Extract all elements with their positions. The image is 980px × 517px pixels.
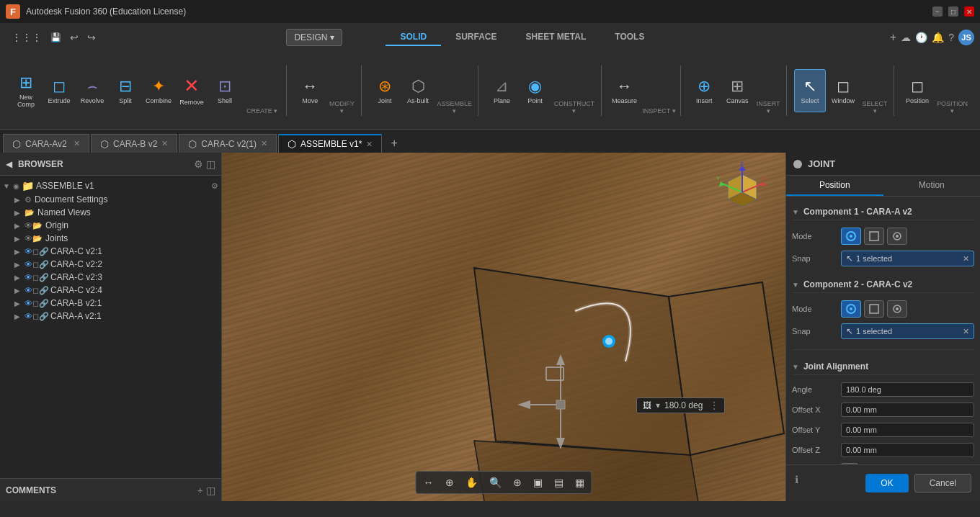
save-button[interactable]: 💾 <box>48 30 64 45</box>
tab-cara-c-v2-1[interactable]: ⬡ CARA-C v2(1) ✕ <box>179 134 277 153</box>
window-select-button[interactable]: ◻ Window <box>827 69 859 112</box>
cancel-button[interactable]: Cancel <box>914 474 971 493</box>
tree-toggle[interactable]: ▶ <box>14 261 24 269</box>
tree-item-root[interactable]: ▼ ◉ 📁 ASSEMBLE v1 ⚙ <box>0 179 221 193</box>
tree-toggle[interactable]: ▶ <box>14 300 24 307</box>
display-settings-button[interactable]: ▤ <box>550 475 568 490</box>
browser-expand-button[interactable]: ◫ <box>206 158 215 170</box>
orbit-button[interactable]: ↔ <box>419 475 438 490</box>
visibility-icon[interactable]: 👁 <box>24 247 32 256</box>
revolve-button[interactable]: ⌢ Revolve <box>76 69 108 112</box>
comments-expand-button[interactable]: ◫ <box>206 485 215 496</box>
component2-section-header[interactable]: ▼ Component 2 - CARA-C v2 <box>792 275 974 293</box>
minimize-button[interactable]: − <box>932 6 943 17</box>
browser-collapse-icon[interactable]: ◀ <box>6 159 12 169</box>
tree-item-named-views[interactable]: ▶ 📂 Named Views <box>0 206 221 219</box>
position-button[interactable]: ◻ Position <box>901 69 933 112</box>
mode-btn-circular-2[interactable] <box>841 300 861 318</box>
split-button[interactable]: ⊟ Split <box>110 69 141 112</box>
select-button[interactable]: ↖ Select <box>794 69 826 112</box>
offset-y-input[interactable] <box>841 423 974 437</box>
snap-value-comp1[interactable]: ↖ 1 selected ✕ <box>841 251 974 266</box>
close-button[interactable]: ✕ <box>964 6 974 17</box>
zoom-fit-button[interactable]: ⊕ <box>509 475 526 490</box>
snap-value-comp2[interactable]: ↖ 1 selected ✕ <box>841 323 974 339</box>
tree-item-origin[interactable]: ▶ 👁 📂 Origin <box>0 219 221 232</box>
tab-close-icon[interactable]: ✕ <box>366 140 373 149</box>
measure-button[interactable]: ↔ Measure <box>609 69 641 112</box>
move-button[interactable]: ↔ Move <box>294 69 326 112</box>
tree-item-cara-c-v2-2[interactable]: ▶ 👁 ◻ 🔗 CARA-C v2:2 <box>0 258 221 271</box>
ok-button[interactable]: OK <box>865 474 908 493</box>
viewcube[interactable]: X Y Z <box>713 160 771 217</box>
new-component-button[interactable]: ⊞ New Comp <box>10 69 42 112</box>
tab-solid[interactable]: SOLID <box>386 29 441 46</box>
redo-button[interactable]: ↪ <box>84 30 99 45</box>
design-dropdown[interactable]: DESIGN ▾ <box>286 29 342 46</box>
tree-toggle[interactable]: ▶ <box>14 209 24 217</box>
window-controls[interactable]: − □ ✕ <box>932 6 974 17</box>
settings-icon[interactable]: ⚙ <box>211 181 218 191</box>
combine-button[interactable]: ✦ Combine <box>143 69 174 112</box>
angle-options-icon[interactable]: ⋮ <box>710 400 718 410</box>
tab-assemble-v1[interactable]: ⬡ ASSEMBLE v1* ✕ <box>278 134 382 153</box>
view-cube-button[interactable]: ▣ <box>529 475 547 490</box>
as-built-button[interactable]: ⬡ As-built <box>402 69 434 112</box>
tree-item-joints[interactable]: ▶ 👁 📂 Joints <box>0 232 221 245</box>
grid-button[interactable]: ▦ <box>571 475 589 490</box>
tree-toggle[interactable]: ▶ <box>14 287 24 295</box>
notification-icon[interactable]: 🔔 <box>932 32 944 43</box>
visibility-icon[interactable]: ◉ <box>13 182 19 190</box>
angle-input[interactable] <box>841 382 974 397</box>
visibility-icon[interactable]: 👁 <box>24 260 32 269</box>
mode-btn-rectangular-2[interactable] <box>864 300 884 318</box>
pan-button[interactable]: ⊕ <box>441 475 458 490</box>
tree-toggle[interactable]: ▶ <box>14 274 24 282</box>
mode-btn-rectangular[interactable] <box>864 228 884 245</box>
visibility-icon[interactable]: 👁 <box>24 221 32 230</box>
joint-alignment-header[interactable]: ▼ Joint Alignment <box>792 357 974 375</box>
snap-clear-button-2[interactable]: ✕ <box>963 327 969 336</box>
snap-clear-button[interactable]: ✕ <box>963 254 969 264</box>
viewport[interactable]: 🖼 ▾ 180.0 deg ⋮ X Y Z <box>222 153 785 501</box>
shell-button[interactable]: ⊡ Shell <box>209 69 241 112</box>
maximize-button[interactable]: □ <box>948 6 958 17</box>
clock-icon[interactable]: 🕐 <box>915 32 927 43</box>
visibility-icon[interactable]: 👁 <box>24 286 32 295</box>
tree-toggle[interactable]: ▶ <box>14 248 24 256</box>
tree-toggle[interactable]: ▼ <box>3 182 13 190</box>
visibility-icon[interactable]: 👁 <box>24 299 32 307</box>
visibility-icon[interactable]: 👁 <box>24 273 32 282</box>
tab-close-icon[interactable]: ✕ <box>261 139 267 148</box>
help-icon[interactable]: ? <box>948 32 954 43</box>
browser-settings-button[interactable]: ⚙ <box>194 158 203 170</box>
offset-x-input[interactable] <box>841 403 974 417</box>
visibility-icon[interactable]: 👁 <box>24 312 32 320</box>
comments-add-button[interactable]: + <box>197 485 203 496</box>
insert-button[interactable]: ⊕ Insert <box>688 69 720 112</box>
remove-button[interactable]: ✕ Remove <box>176 69 208 112</box>
tree-item-cara-a-v2-1[interactable]: ▶ 👁 ◻ 🔗 CARA-A v2:1 <box>0 310 221 323</box>
tab-sheet-metal[interactable]: SHEET METAL <box>511 29 600 46</box>
zoom-button[interactable]: 🔍 <box>485 475 506 490</box>
cloud-icon[interactable]: ☁ <box>901 32 911 43</box>
plane-button[interactable]: ⊿ Plane <box>486 69 517 112</box>
canvas-button[interactable]: ⊞ Canvas <box>721 69 753 112</box>
joint-tab-motion[interactable]: Motion <box>883 176 981 196</box>
mode-btn-snap[interactable] <box>887 228 907 245</box>
mode-btn-circular[interactable] <box>841 228 861 245</box>
tree-item-cara-b-v2-1[interactable]: ▶ 👁 ◻ 🔗 CARA-B v2:1 <box>0 297 221 310</box>
tab-close-icon[interactable]: ✕ <box>74 139 80 148</box>
tree-item-cara-c-v2-3[interactable]: ▶ 👁 ◻ 🔗 CARA-C v2:3 <box>0 271 221 284</box>
tab-cara-a-v2[interactable]: ⬡ CARA-Av2 ✕ <box>3 134 89 153</box>
add-tab-button[interactable]: + <box>383 134 404 153</box>
mode-btn-snap-2[interactable] <box>887 300 907 318</box>
add-tab-icon[interactable]: + <box>890 31 896 44</box>
undo-button[interactable]: ↩ <box>67 30 81 45</box>
tree-item-doc-settings[interactable]: ▶ ⚙ Document Settings <box>0 193 221 206</box>
viewcube-svg[interactable]: X Y Z <box>713 160 771 217</box>
user-avatar[interactable]: JS <box>958 30 974 45</box>
tab-cara-b-v2[interactable]: ⬡ CARA-B v2 ✕ <box>91 134 177 153</box>
joint-tab-position[interactable]: Position <box>786 176 883 196</box>
grid-menu-icon[interactable]: ⋮⋮⋮ <box>12 32 42 43</box>
